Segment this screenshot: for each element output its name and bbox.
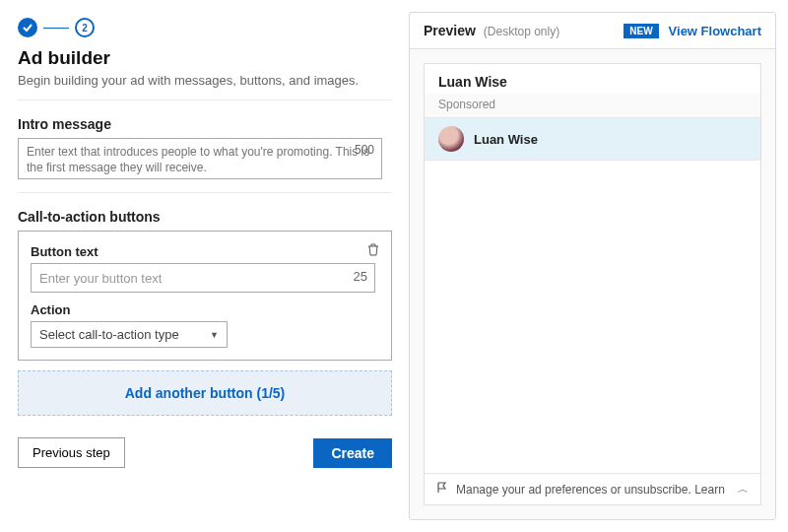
create-button[interactable]: Create bbox=[313, 438, 392, 468]
add-another-button[interactable]: Add another button (1/5) bbox=[18, 370, 392, 416]
action-label: Action bbox=[31, 302, 379, 317]
preview-note: (Desktop only) bbox=[484, 25, 559, 38]
ad-preferences-text[interactable]: Manage your ad preferences or unsubscrib… bbox=[456, 483, 725, 497]
button-text-counter: 25 bbox=[354, 269, 367, 284]
divider bbox=[18, 192, 391, 193]
delete-button-icon[interactable] bbox=[367, 243, 379, 259]
step-1-done bbox=[18, 18, 37, 37]
message-thread-row[interactable]: Luan Wise bbox=[425, 117, 760, 161]
button-text-label: Button text bbox=[31, 244, 98, 259]
step-connector bbox=[43, 28, 69, 29]
chevron-down-icon: ▼ bbox=[210, 330, 219, 340]
intro-message-label: Intro message bbox=[18, 116, 391, 132]
progress-stepper: 2 bbox=[18, 18, 391, 37]
ad-preferences-footer: Manage your ad preferences or unsubscrib… bbox=[425, 473, 760, 504]
preview-header: Preview (Desktop only) NEW View Flowchar… bbox=[410, 13, 775, 49]
intro-char-counter: 500 bbox=[355, 143, 374, 157]
avatar bbox=[438, 126, 464, 152]
check-icon bbox=[23, 23, 33, 33]
action-select-value: Select call-to-action type bbox=[39, 327, 179, 342]
message-preview-card: Luan Wise Sponsored Luan Wise Manage you… bbox=[424, 63, 761, 505]
step-2-active: 2 bbox=[75, 18, 95, 37]
preview-panel: Preview (Desktop only) NEW View Flowchar… bbox=[409, 12, 776, 520]
action-select[interactable]: Select call-to-action type ▼ bbox=[31, 321, 228, 348]
preview-body: Luan Wise Sponsored Luan Wise Manage you… bbox=[410, 49, 775, 519]
message-body-empty bbox=[425, 161, 760, 473]
preview-title: Preview bbox=[424, 23, 476, 38]
sender-name: Luan Wise bbox=[474, 132, 538, 147]
chevron-up-icon[interactable]: ︿ bbox=[738, 482, 749, 497]
previous-step-button[interactable]: Previous step bbox=[18, 437, 125, 468]
cta-button-config: Button text 25 Action Select call-to-act… bbox=[18, 231, 392, 361]
page-title: Ad builder bbox=[18, 47, 391, 69]
preview-profile-name: Luan Wise bbox=[425, 64, 760, 94]
footer-actions: Previous step Create bbox=[18, 437, 392, 468]
page-subtitle: Begin building your ad with messages, bu… bbox=[18, 73, 391, 88]
ad-builder-panel: 2 Ad builder Begin building your ad with… bbox=[0, 0, 409, 532]
button-text-input[interactable] bbox=[31, 263, 375, 293]
flag-icon bbox=[436, 482, 448, 497]
view-flowchart-link[interactable]: View Flowchart bbox=[669, 24, 761, 38]
intro-message-input[interactable] bbox=[18, 138, 382, 179]
trash-icon bbox=[367, 243, 379, 256]
cta-section-label: Call-to-action buttons bbox=[18, 209, 391, 225]
sponsored-label: Sponsored bbox=[425, 94, 760, 117]
new-badge: NEW bbox=[624, 24, 658, 38]
divider bbox=[18, 100, 391, 100]
